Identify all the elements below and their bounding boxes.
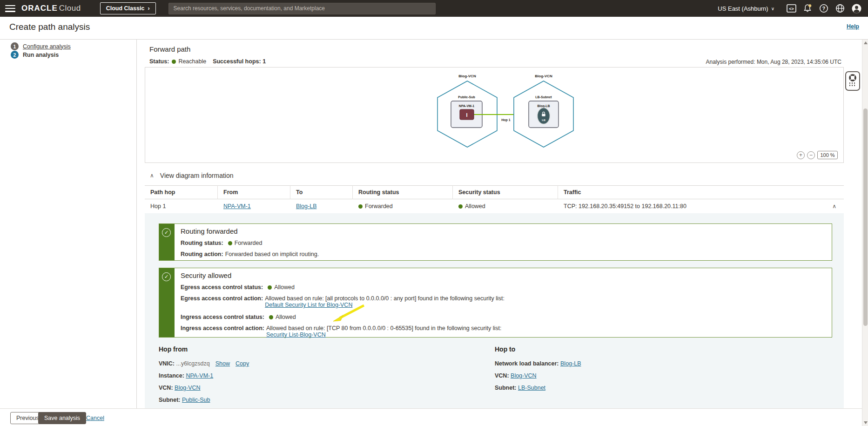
svg-text:I: I [466,112,467,118]
step-1-label[interactable]: Configure analysis [23,43,71,50]
topology-diagram: Blog-VCN Public-Sub NPA-VM-1 Hop 1 I Blo… [427,69,585,153]
table-row-hop-1: Hop 1 NPA-VM-1 Blog-LB Forwarded Allowed… [145,199,844,213]
scroll-up-arrow-icon[interactable] [864,41,868,44]
help-question-icon[interactable]: ? [819,3,829,14]
security-panel-green-bar: ✓ [159,268,175,337]
instance-link[interactable]: NPA-VM-1 [186,372,213,379]
oracle-cloud-logo[interactable]: ORACLECloud [21,4,81,13]
dev-console-icon[interactable]: <> [786,3,796,14]
subnet-to-link[interactable]: LB-Subnet [518,385,545,391]
analysis-performed-timestamp: Analysis performed: Mon, Aug 28, 2023, 1… [706,59,842,65]
vcn-to-link[interactable]: Blog-VCN [511,372,537,379]
vnic-value: ...y6lcgzsdzq [176,360,210,367]
svg-text:LB: LB [542,119,545,122]
scroll-down-arrow-icon[interactable] [864,421,868,424]
ingress-green-dot-icon [269,315,273,319]
life-ring-icon [848,74,857,82]
help-link[interactable]: Help [847,23,859,30]
topbar: ORACLECloud Cloud Classic› US East (Ashb… [0,0,868,17]
brand-cloud: Cloud [59,4,81,13]
globe-icon[interactable] [835,3,845,14]
egress-green-dot-icon [268,285,272,290]
chevron-right-icon: › [148,5,149,12]
hops-label: Successful hops: [213,58,261,65]
search-input[interactable] [168,3,436,14]
vcn-from-row: VCN: Blog-VCN [159,385,419,391]
from-link[interactable]: NPA-VM-1 [223,203,251,210]
vcn-from-link[interactable]: Blog-VCN [175,385,201,391]
brand-oracle: ORACLE [21,4,58,13]
region-selector[interactable]: US East (Ashburn) ∨ [718,5,774,12]
routing-forwarded-panel: ✓ Routing forwarded Routing status:Forwa… [159,223,832,261]
hop-to-section: Hop to Network load balancer: Blog-LB VC… [495,345,755,397]
hops-value: 1 [262,58,266,65]
ingress-action-row: Ingress access control action: Allowed b… [181,325,832,338]
status-row: Status:ReachableSuccessful hops: 1 [149,58,266,65]
col-from: From [218,185,290,199]
page-header: Create path analysis Help [0,17,868,40]
step-run-analysis: 2 Run analysis [11,51,59,59]
step-1-circle: 1 [11,42,19,50]
vertical-scrollbar[interactable] [862,40,868,426]
svg-text:LB-Subnet: LB-Subnet [535,95,552,99]
svg-text:NPA-VM-1: NPA-VM-1 [459,104,474,108]
step-configure-analysis[interactable]: 1 Configure analysis [11,42,71,50]
scrollbar-thumb[interactable] [863,108,868,326]
table-header-row: Path hop From To Routing status Security… [145,185,844,199]
cancel-link[interactable]: Cancel [86,415,104,421]
hamburger-menu-icon[interactable] [5,5,15,12]
instance-row: Instance: NPA-VM-1 [159,372,419,379]
check-circle-icon: ✓ [162,272,171,281]
nlb-row: Network load balancer: Blog-LB [495,360,755,367]
drag-dots-icon [849,82,856,87]
routing-action-row: Routing action:Forwarded based on implic… [181,251,832,257]
vcn-to-row: VCN: Blog-VCN [495,372,755,379]
cell-from: NPA-VM-1 [218,203,290,210]
cell-security-status: Allowed [453,203,558,210]
col-security-status: Security status [453,185,558,199]
nlb-link[interactable]: Blog-LB [560,360,581,367]
subnet-to-row: Subnet: LB-Subnet [495,385,755,391]
egress-action-row: Egress access control action: Allowed ba… [181,295,832,308]
collapse-row-chevron-icon[interactable]: ∧ [832,203,836,210]
svg-text:Hop 1: Hop 1 [501,118,511,122]
zoom-in-button[interactable]: + [797,151,805,159]
col-routing-status: Routing status [353,185,453,199]
subnet-from-row: Subnet: Public-Sub [159,397,419,403]
view-diagram-information-toggle[interactable]: ∧ View diagram information [150,172,234,179]
hop-to-title: Hop to [495,345,755,353]
check-circle-icon: ✓ [162,228,171,237]
sidebar-divider [136,40,137,408]
hop-from-section: Hop from VNIC: ...y6lcgzsdzqShowCopy Ins… [159,345,419,409]
step-2-label: Run analysis [23,52,59,58]
zoom-level-input[interactable] [817,151,838,159]
to-link[interactable]: Blog-LB [296,203,316,210]
status-value: Reachable [178,58,206,65]
routing-panel-title: Routing forwarded [181,227,832,235]
svg-text:Blog-VCN: Blog-VCN [535,74,552,78]
save-analysis-button[interactable]: Save analysis [38,412,86,424]
user-avatar-icon[interactable] [851,3,861,14]
cloud-classic-button[interactable]: Cloud Classic› [100,2,156,14]
step-2-circle: 2 [11,51,19,59]
col-to: To [290,185,353,199]
help-float-widget[interactable] [845,71,860,91]
security-status-dot-icon [458,204,463,209]
svg-text:<>: <> [789,7,794,11]
diagram-zoom-controls: + − [797,151,838,159]
path-diagram-canvas[interactable]: Blog-VCN Public-Sub NPA-VM-1 Hop 1 I Blo… [145,67,844,163]
col-traffic: Traffic [558,185,844,199]
notifications-bell-icon[interactable] [802,3,813,14]
zoom-out-button[interactable]: − [807,151,815,159]
svg-text:Public-Sub: Public-Sub [458,95,475,99]
ingress-security-list-link[interactable]: Security List-Blog-VCN [266,331,326,338]
vnic-copy-link[interactable]: Copy [236,360,249,367]
egress-security-list-link[interactable]: Default Security List for Blog-VCN [265,302,352,308]
forward-path-title: Forward path [149,45,190,53]
cell-routing-status: Forwarded [353,203,453,210]
cell-path-hop: Hop 1 [145,203,218,210]
vnic-show-link[interactable]: Show [215,360,230,367]
instance-node-icon[interactable]: I [460,109,474,120]
subnet-from-link[interactable]: Public-Sub [182,397,210,403]
load-balancer-node-icon[interactable]: LB [538,108,550,124]
